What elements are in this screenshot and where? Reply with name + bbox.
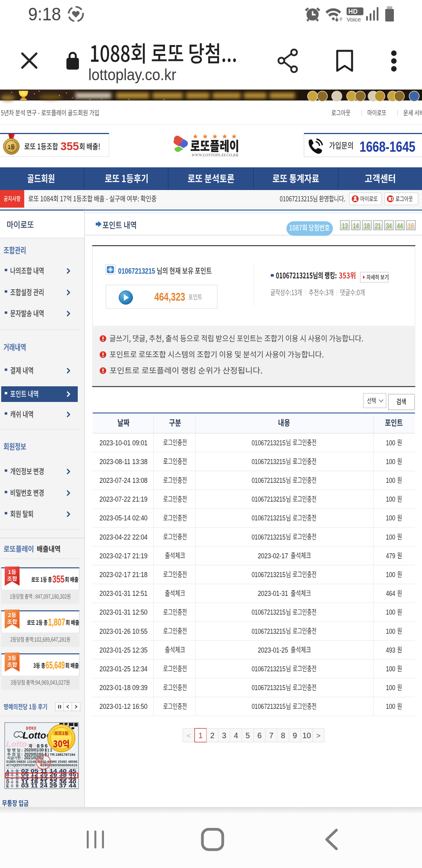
svg-text:2023-01-31 12:50: 2023-01-31 12:50 bbox=[100, 608, 148, 616]
svg-text:01067213215: 01067213215 bbox=[118, 267, 155, 275]
svg-text:100: 100 bbox=[386, 627, 395, 635]
svg-text:HD: HD bbox=[349, 8, 358, 15]
svg-text:100: 100 bbox=[386, 702, 395, 710]
svg-text:7: 7 bbox=[269, 731, 274, 740]
svg-text:WWW.LOTTOPLAY.CO.KR: WWW.LOTTOPLAY.CO.KR bbox=[191, 152, 238, 157]
svg-text:) 1: ) 1 bbox=[48, 748, 52, 752]
svg-text:14: 14 bbox=[353, 222, 359, 230]
svg-text:10: 10 bbox=[302, 731, 311, 740]
svg-text:100: 100 bbox=[386, 495, 395, 503]
svg-text:8: 8 bbox=[281, 731, 285, 740]
svg-text:1: 1 bbox=[198, 731, 203, 740]
svg-text:2023-02-17 21:18: 2023-02-17 21:18 bbox=[100, 570, 148, 579]
svg-text:2023-02-17 21:19: 2023-02-17 21:19 bbox=[100, 552, 148, 560]
svg-text:2023-01-31: 2023-01-31 bbox=[258, 589, 288, 597]
svg-text:2023-05-14 02:40: 2023-05-14 02:40 bbox=[100, 514, 148, 522]
svg-text:2023-02-17: 2023-02-17 bbox=[258, 552, 288, 560]
svg-text:2023-01-18 09:39: 2023-01-18 09:39 bbox=[100, 683, 148, 692]
svg-text:Lotto: Lotto bbox=[23, 730, 46, 741]
svg-text:3: 3 bbox=[222, 731, 226, 740]
svg-text:9: 9 bbox=[293, 731, 297, 740]
svg-text:355: 355 bbox=[61, 140, 79, 152]
svg-text:100: 100 bbox=[386, 570, 395, 579]
svg-text:) TR:1981797194: ) TR:1981797194 bbox=[48, 753, 75, 757]
svg-text:Lotto: Lotto bbox=[6, 739, 27, 748]
svg-text:100: 100 bbox=[386, 514, 395, 522]
svg-text:44: 44 bbox=[397, 222, 403, 230]
svg-text:2023-07-22 21:19: 2023-07-22 21:19 bbox=[100, 495, 148, 503]
svg-text:2023-04-22 22:04: 2023-04-22 22:04 bbox=[100, 533, 148, 541]
svg-text:2023-01-25 12:34: 2023-01-25 12:34 bbox=[100, 665, 148, 673]
svg-text:493: 493 bbox=[386, 646, 395, 654]
svg-text:2023-01-12 16:50: 2023-01-12 16:50 bbox=[100, 702, 148, 710]
svg-text:4: 4 bbox=[234, 731, 238, 740]
svg-text:100: 100 bbox=[386, 683, 395, 692]
svg-text:1668-1645: 1668-1645 bbox=[359, 139, 415, 155]
svg-text:18: 18 bbox=[364, 222, 370, 230]
svg-text:2023-10-01 09:01: 2023-10-01 09:01 bbox=[100, 439, 148, 447]
svg-text:13: 13 bbox=[342, 222, 348, 230]
svg-text:16: 16 bbox=[408, 222, 414, 230]
svg-text:2: 2 bbox=[210, 731, 215, 740]
svg-text:2023-08-11 13:38: 2023-08-11 13:38 bbox=[100, 457, 148, 466]
svg-text:>: > bbox=[316, 732, 320, 740]
svg-text:lottoplay.co.kr: lottoplay.co.kr bbox=[88, 66, 176, 83]
svg-text:2020/01/30 (: 2020/01/30 ( bbox=[24, 748, 46, 752]
svg-text:2023-01-31 12:51: 2023-01-31 12:51 bbox=[100, 589, 148, 597]
svg-text:34: 34 bbox=[386, 222, 392, 230]
svg-text:100: 100 bbox=[386, 476, 395, 484]
svg-text:464: 464 bbox=[386, 589, 395, 597]
svg-text:5: 5 bbox=[245, 731, 250, 740]
svg-text:2023-07-24 13:08: 2023-07-24 13:08 bbox=[100, 476, 148, 484]
svg-text:03 11 24 29 37 44: 03 11 24 29 37 44 bbox=[21, 783, 77, 789]
svg-text:355: 355 bbox=[52, 574, 64, 585]
svg-text:21: 21 bbox=[375, 222, 381, 230]
svg-text:<: < bbox=[187, 732, 191, 740]
svg-text:E: E bbox=[6, 784, 9, 788]
svg-text:6: 6 bbox=[257, 731, 262, 740]
svg-text:464,323: 464,323 bbox=[154, 290, 185, 303]
svg-text:2023-01-25: 2023-01-25 bbox=[258, 646, 288, 654]
svg-text:9:18: 9:18 bbox=[28, 4, 61, 24]
svg-text:Voice: Voice bbox=[347, 16, 361, 23]
svg-text:479: 479 bbox=[386, 552, 395, 560]
svg-text:2023-01-26 10:55: 2023-01-26 10:55 bbox=[100, 627, 148, 635]
svg-text:100: 100 bbox=[386, 439, 395, 447]
svg-text:4C7VQEEFSTOPGE5C: 4C7VQEEFSTOPGE5C bbox=[6, 763, 36, 767]
svg-text:100: 100 bbox=[386, 457, 395, 466]
svg-text:65,649: 65,649 bbox=[46, 660, 65, 671]
svg-text:2023-01-25 12:35: 2023-01-25 12:35 bbox=[100, 646, 148, 654]
svg-text:100: 100 bbox=[386, 533, 395, 541]
svg-text:100: 100 bbox=[386, 608, 395, 616]
svg-text:100: 100 bbox=[386, 665, 395, 673]
svg-text:1,807: 1,807 bbox=[48, 617, 65, 628]
